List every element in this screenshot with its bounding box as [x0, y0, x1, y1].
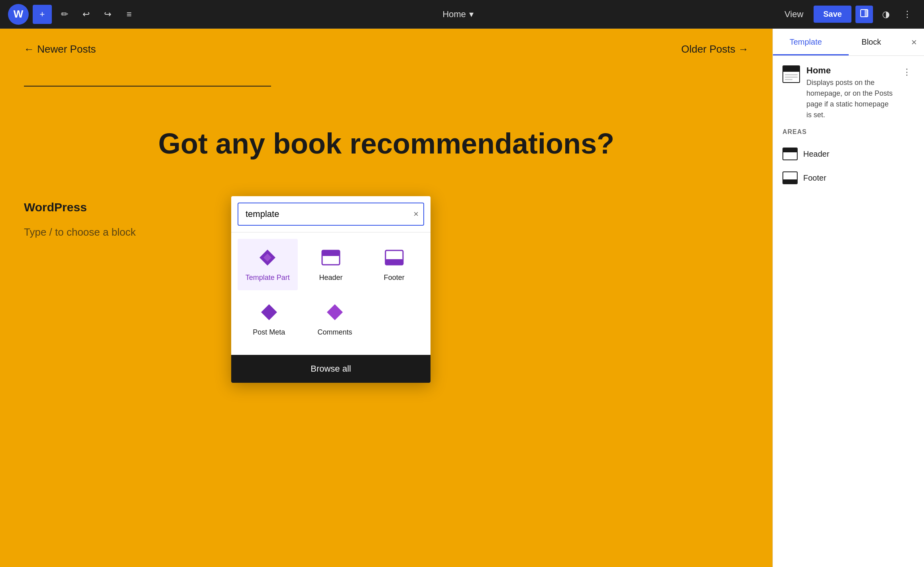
wp-logo[interactable]: W — [8, 4, 29, 25]
newer-posts-link[interactable]: ← Newer Posts — [24, 43, 96, 55]
toolbar-right: View Save ◑ ⋮ — [778, 6, 916, 23]
edit-icon: ✏ — [61, 9, 68, 20]
svg-rect-5 — [322, 250, 340, 256]
layout-button[interactable] — [855, 6, 873, 23]
save-button[interactable]: Save — [814, 6, 851, 23]
footer-block-label: Footer — [384, 273, 405, 282]
template-info: Home Displays posts on the homepage, or … — [806, 65, 893, 120]
template-icon-body — [783, 72, 799, 82]
add-block-button[interactable]: + — [33, 5, 52, 24]
search-clear-button[interactable]: × — [413, 210, 419, 219]
empty-cell — [370, 293, 424, 345]
page-title-button[interactable]: Home ▾ — [436, 6, 480, 23]
tab-block[interactable]: Block — [839, 29, 904, 55]
undo-icon: ↩ — [83, 9, 90, 20]
post-meta-icon — [258, 301, 280, 323]
list-icon: ≡ — [127, 9, 132, 20]
template-info-item: Home Displays posts on the homepage, or … — [782, 65, 914, 120]
sidebar-close-button[interactable]: × — [904, 32, 924, 52]
more-options-button[interactable]: ⋮ — [898, 6, 916, 23]
right-sidebar: Template Block × — [773, 29, 924, 567]
svg-marker-8 — [261, 304, 277, 320]
footer-block-icon — [383, 247, 405, 268]
toolbar: W + ✏ ↩ ↪ ≡ Home ▾ View Save — [0, 0, 924, 29]
template-description: Displays posts on the homepage, or on th… — [806, 77, 893, 120]
inserter-row-2: Post Meta Comments — [238, 293, 424, 345]
area-footer-bar — [783, 179, 797, 183]
block-item-template-part[interactable]: Template Part — [238, 239, 298, 290]
template-title: Home — [806, 65, 893, 76]
theme-toggle-button[interactable]: ◑ — [877, 6, 895, 23]
template-options-button[interactable]: ⋮ — [899, 65, 914, 79]
edit-button[interactable]: ✏ — [56, 6, 73, 23]
header-block-label: Header — [319, 273, 342, 282]
area-footer-icon — [782, 171, 798, 184]
block-inserter-popup: × Template Part — [231, 196, 431, 383]
canvas-nav: ← Newer Posts Older Posts → — [0, 29, 773, 70]
save-label: Save — [823, 10, 842, 18]
more-icon: ⋮ — [903, 9, 912, 20]
inserter-grid: Template Part Header — [231, 232, 431, 355]
area-header-label: Header — [803, 150, 830, 159]
template-icon-header-bar — [783, 66, 799, 72]
undo-button[interactable]: ↩ — [77, 6, 95, 23]
canvas-divider — [24, 86, 271, 87]
tab-template[interactable]: Template — [773, 29, 839, 55]
sidebar-content: Home Displays posts on the homepage, or … — [773, 56, 924, 199]
toolbar-center: Home ▾ — [143, 6, 773, 23]
search-wrapper: × — [238, 203, 424, 226]
options-icon: ⋮ — [902, 67, 911, 77]
template-icon-line-2 — [785, 77, 798, 78]
add-icon: + — [40, 9, 45, 20]
area-item-footer[interactable]: Footer — [782, 166, 914, 190]
area-header-icon — [782, 148, 798, 160]
area-header-bar — [783, 148, 797, 152]
inserter-search-area: × — [231, 196, 431, 232]
toolbar-left: W + ✏ ↩ ↪ ≡ — [8, 4, 138, 25]
block-search-input[interactable] — [238, 203, 424, 226]
block-item-post-meta[interactable]: Post Meta — [238, 293, 300, 345]
block-item-footer[interactable]: Footer — [364, 239, 424, 290]
close-icon: × — [911, 37, 917, 48]
browse-all-button[interactable]: Browse all — [231, 355, 431, 383]
inserter-row-1: Template Part Header — [238, 239, 424, 290]
browse-all-label: Browse all — [311, 364, 351, 374]
comments-icon — [324, 301, 346, 323]
template-part-icon — [257, 247, 278, 268]
template-icon — [782, 65, 800, 83]
sidebar-tabs: Template Block × — [773, 29, 924, 56]
template-icon-line-1 — [785, 74, 798, 75]
page-title-text: Home — [442, 9, 466, 20]
area-item-header[interactable]: Header — [782, 142, 914, 166]
areas-label: AREAS — [782, 128, 914, 136]
template-part-label: Template Part — [246, 273, 290, 282]
canvas-content — [0, 70, 773, 102]
header-block-icon — [320, 247, 342, 268]
tab-template-label: Template — [790, 37, 822, 46]
svg-rect-1 — [865, 10, 868, 17]
area-footer-label: Footer — [803, 173, 826, 183]
wp-logo-text: W — [14, 8, 24, 20]
post-meta-label: Post Meta — [253, 328, 285, 337]
redo-icon: ↪ — [104, 9, 111, 20]
svg-marker-9 — [327, 304, 343, 320]
redo-button[interactable]: ↪ — [99, 6, 116, 23]
template-icon-line-3 — [785, 79, 792, 80]
view-label: View — [784, 9, 803, 19]
block-item-comments[interactable]: Comments — [303, 293, 366, 345]
canvas-area: ← Newer Posts Older Posts → Got any book… — [0, 29, 773, 567]
comments-label: Comments — [317, 328, 352, 337]
layout-icon — [860, 9, 869, 20]
block-item-header[interactable]: Header — [301, 239, 361, 290]
main-layout: ← Newer Posts Older Posts → Got any book… — [0, 29, 924, 567]
clear-icon: × — [413, 209, 419, 219]
chevron-down-icon: ▾ — [469, 9, 474, 20]
svg-rect-7 — [385, 259, 403, 265]
canvas-heading: Got any book recommendations? — [0, 102, 773, 185]
older-posts-link[interactable]: Older Posts → — [681, 43, 749, 55]
theme-icon: ◑ — [882, 9, 890, 20]
tab-block-label: Block — [861, 37, 881, 46]
list-view-button[interactable]: ≡ — [120, 6, 138, 23]
view-button[interactable]: View — [778, 6, 810, 23]
canvas-heading-text: Got any book recommendations? — [8, 126, 765, 161]
